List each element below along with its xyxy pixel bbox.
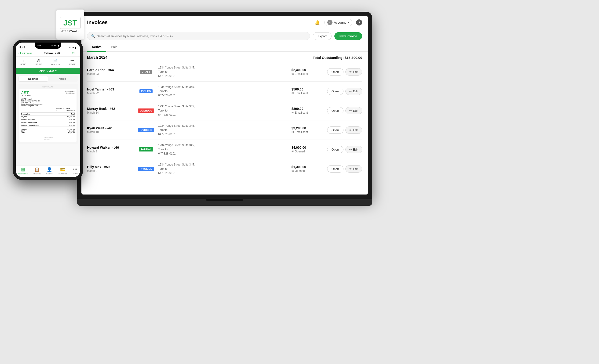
open-button-4[interactable]: Open [327, 146, 344, 153]
invoice-actions-0: Open ✏ Edit [327, 68, 362, 76]
tool-invoice[interactable]: 📄 INVOICE [51, 59, 60, 66]
invoice-name-5: Billy Max - #59 [87, 165, 134, 169]
edit-button-3[interactable]: ✏ Edit [345, 127, 362, 134]
laptop-notch [206, 199, 243, 201]
jst-logo-subtitle: JST DRYWALL [61, 30, 79, 33]
company-phone: Phone: (555)-555-5555 [21, 105, 75, 107]
line-item-total-1: $250.00 [59, 118, 75, 121]
nav-more[interactable]: ••• More [73, 167, 78, 175]
account-button[interactable]: A Account ▼ [324, 19, 352, 26]
nav-estimates[interactable]: ▦ Estimates [18, 167, 28, 175]
invoice-address-3: 1234 Yonge Street Suite 345,Toronto647-8… [158, 124, 289, 136]
tool-print[interactable]: 🖨 PRINT [35, 59, 42, 66]
edit-button-1[interactable]: ✏ Edit [345, 88, 362, 95]
email-icon-2: ✉ [291, 111, 294, 114]
subtotal-label: Subtotal [21, 129, 27, 130]
invoice-status-text-4: ✉ Opened [291, 150, 324, 153]
account-chevron-icon: ▼ [347, 21, 349, 24]
company-name: JST Drywall [21, 98, 75, 100]
edit-pencil-icon-1: ✏ [349, 90, 352, 93]
more-nav-icon: ••• [73, 167, 78, 172]
nav-clients[interactable]: 👤 Clients [46, 167, 53, 175]
help-button[interactable]: ? [356, 19, 362, 25]
phone-line-item-row: Drywall $1,300.00 [21, 116, 75, 118]
page-info: Page 1 of 1 [21, 139, 75, 140]
invoice-amount-area-2: $890.00 ✉ Email sent [291, 107, 324, 114]
invoice-date-0: March 23 [87, 72, 134, 76]
total-label: Total [21, 132, 25, 134]
back-chevron-icon: ‹ [18, 52, 19, 55]
export-button[interactable]: Export [313, 32, 332, 40]
invoice-amount-area-1: $500.00 ✉ Email sent [291, 87, 324, 95]
battery-icon: ▮ [58, 45, 59, 47]
notification-bell-icon[interactable]: 🔔 [314, 19, 321, 26]
edit-button-0[interactable]: ✏ Edit [345, 68, 362, 76]
invoice-name-0: Harold Rios - #64 [87, 68, 134, 72]
invoice-badge-area-2: OVERDUE [137, 109, 155, 113]
tool-send[interactable]: ↑ SEND [20, 59, 26, 66]
app-toolbar: 🔍 Export New Invoice [81, 29, 368, 43]
nav-invoices-label: Invoices [33, 173, 41, 175]
tab-paid[interactable]: Paid [106, 43, 122, 52]
estimate-document: JST JST DRYWALL Prepared For Client Name… [19, 89, 77, 142]
search-input[interactable] [97, 34, 306, 38]
mobile-view-button[interactable]: Mobile [48, 76, 77, 81]
edit-button-4[interactable]: ✏ Edit [345, 146, 362, 153]
estimate-nav-title: Estimate #2 [33, 51, 72, 55]
totals-block: Subtotal $1,900.00 HST $100.00 Total $2,… [21, 128, 75, 134]
month-title: March 2024 [87, 55, 107, 60]
invoice-date-3: March 10 [87, 130, 134, 134]
back-button[interactable]: ‹ Estimates [18, 52, 33, 55]
invoice-date-2: March 14 [87, 111, 134, 114]
line-item-desc-0: Drywall [21, 116, 59, 118]
invoice-amount-5: $1,300.00 [291, 165, 324, 169]
est-number-label: Estimate # [56, 108, 64, 110]
invoice-name-3: Kyan Wells - #61 [87, 126, 134, 130]
invoice-status-label-3: Email sent [295, 130, 308, 134]
tab-active[interactable]: Active [87, 43, 106, 52]
phone-nav-bar: ‹ Estimates Estimate #2 Edit [16, 50, 80, 57]
nav-invoices[interactable]: 📋 Invoices [33, 167, 41, 175]
edit-nav-button[interactable]: Edit [72, 51, 78, 55]
nav-payments[interactable]: 💳 Payments [58, 167, 67, 175]
tool-more-label: MORE [69, 63, 76, 66]
open-button-5[interactable]: Open [327, 165, 344, 173]
invoice-app: Invoices 🔔 A Account ▼ ? 🔍 [81, 16, 368, 195]
new-invoice-button[interactable]: New Invoice [334, 32, 362, 40]
line-item-desc-3: Painting - Spray Method [21, 124, 59, 127]
jst-logo-text: JST [63, 19, 77, 27]
invoice-status-label-5: Opened [295, 169, 305, 173]
invoice-badge-area-5: INVOICED [137, 167, 155, 171]
line-item-total-3: $150.00 [59, 124, 75, 127]
edit-pencil-icon-4: ✏ [349, 148, 352, 151]
phone-line-item-row: Custom Trim Work $250.00 [21, 118, 75, 121]
subtotal-row: Subtotal $1,900.00 [21, 129, 75, 130]
invoice-actions-5: Open ✏ Edit [327, 165, 362, 173]
open-button-0[interactable]: Open [327, 68, 344, 76]
invoice-row: Noel Tanner - #63 March 22 ISSUED 1234 Y… [87, 81, 362, 101]
invoice-status-label-1: Email sent [295, 92, 308, 95]
open-button-2[interactable]: Open [327, 107, 344, 114]
total-outstanding: Total Outstanding: $16,300.00 [313, 56, 362, 60]
est-date-value: 28/03/2024 [66, 110, 75, 111]
phone-line-item-row: Custom Texture Work $200.00 [21, 121, 75, 124]
tool-more[interactable]: ••• MORE [69, 59, 76, 66]
desktop-view-button[interactable]: Desktop [19, 76, 48, 81]
invoice-info-4: Howard Walker - #60 March 8 [87, 146, 134, 153]
tool-invoice-label: INVOICE [51, 63, 60, 66]
status-badge-3: INVOICED [138, 128, 154, 132]
nav-clients-label: Clients [46, 173, 53, 175]
invoice-date-1: March 22 [87, 92, 134, 95]
open-button-3[interactable]: Open [327, 127, 344, 134]
invoice-rows: Harold Rios - #64 March 23 DRAFT 1234 Yo… [87, 62, 362, 178]
invoice-status-text-3: ✉ Email sent [291, 130, 324, 134]
search-bar[interactable]: 🔍 [87, 32, 310, 40]
open-button-1[interactable]: Open [327, 88, 344, 95]
invoice-name-1: Noel Tanner - #63 [87, 87, 134, 91]
edit-button-5[interactable]: ✏ Edit [345, 165, 362, 173]
estimates-nav-icon: ▦ [21, 167, 25, 172]
hst-row: HST $100.00 [21, 130, 75, 132]
edit-button-2[interactable]: ✏ Edit [345, 107, 362, 114]
invoice-status-label-4: Opened [295, 150, 305, 153]
invoice-actions-3: Open ✏ Edit [327, 127, 362, 134]
